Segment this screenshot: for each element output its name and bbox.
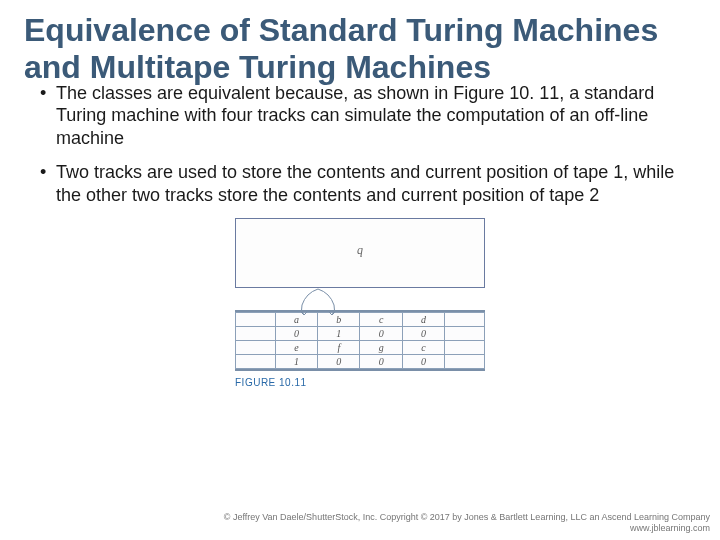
figure-caption: FIGURE 10.11	[235, 377, 485, 388]
figure-container: q abcd 0100	[0, 218, 720, 388]
table-row: efgc	[236, 341, 485, 355]
table-row: abcd	[236, 313, 485, 327]
table-row: 1000	[236, 355, 485, 369]
figure-tape-table: abcd 0100 efgc 1000	[235, 312, 485, 369]
copyright-line: © Jeffrey Van Daele/ShutterStock, Inc. C…	[224, 512, 710, 523]
bullet-item: Two tracks are used to store the content…	[56, 161, 684, 206]
copyright-text: © Jeffrey Van Daele/ShutterStock, Inc. C…	[224, 512, 710, 534]
figure-arrow-icon	[298, 287, 338, 317]
table-row: 0100	[236, 327, 485, 341]
figure-state-box: q	[235, 218, 485, 288]
figure: q abcd 0100	[235, 218, 485, 388]
page-title: Equivalence of Standard Turing Machines …	[0, 0, 720, 86]
copyright-url: www.jblearning.com	[224, 523, 710, 534]
bullet-list: The classes are equivalent because, as s…	[0, 82, 720, 207]
figure-state-label: q	[357, 243, 363, 258]
bullet-item: The classes are equivalent because, as s…	[56, 82, 684, 150]
figure-tape: abcd 0100 efgc 1000	[235, 310, 485, 371]
